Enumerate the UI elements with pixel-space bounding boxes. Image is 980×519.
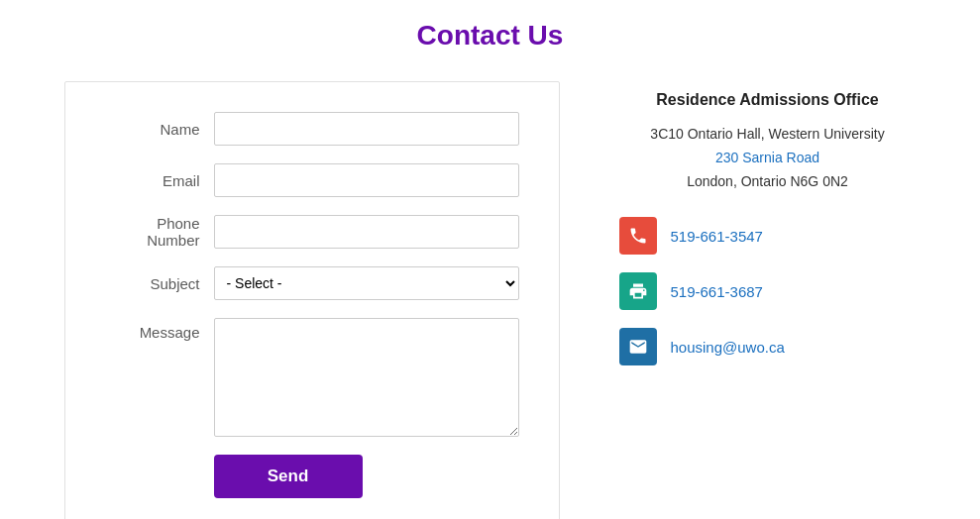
page-title: Contact Us xyxy=(417,20,564,52)
address-line3: London, Ontario N6G 0N2 xyxy=(619,170,917,194)
page-container: Contact Us Name Email Phone Number Subje… xyxy=(0,0,980,519)
phone-input[interactable] xyxy=(214,215,519,249)
contact-form: Name Email Phone Number Subject - Select… xyxy=(64,81,560,519)
info-section: Residence Admissions Office 3C10 Ontario… xyxy=(619,81,917,383)
fax-icon xyxy=(628,281,648,301)
phone-contact-item: 519-661-3547 xyxy=(619,217,917,255)
subject-select[interactable]: - Select - General Inquiry Application B… xyxy=(214,266,519,300)
name-input[interactable] xyxy=(214,112,519,146)
message-label: Message xyxy=(105,318,214,341)
fax-icon-box xyxy=(619,272,657,310)
office-title: Residence Admissions Office xyxy=(619,91,917,109)
send-row: Send xyxy=(214,455,519,498)
name-row: Name xyxy=(105,112,519,146)
fax-value[interactable]: 519-661-3687 xyxy=(671,283,763,300)
address-line2[interactable]: 230 Sarnia Road xyxy=(715,150,819,165)
address-line1: 3C10 Ontario Hall, Western University xyxy=(619,123,917,147)
name-label: Name xyxy=(105,121,214,138)
email-row: Email xyxy=(105,163,519,197)
content-area: Name Email Phone Number Subject - Select… xyxy=(0,81,980,519)
address-block: 3C10 Ontario Hall, Western University 23… xyxy=(619,123,917,193)
email-icon xyxy=(628,337,648,357)
message-textarea[interactable] xyxy=(214,318,519,437)
fax-contact-item: 519-661-3687 xyxy=(619,272,917,310)
send-button[interactable]: Send xyxy=(214,455,363,498)
email-icon-box xyxy=(619,328,657,365)
phone-label: Phone Number xyxy=(105,215,214,249)
email-contact-item: housing@uwo.ca xyxy=(619,328,917,365)
phone-row: Phone Number xyxy=(105,215,519,249)
phone-icon xyxy=(628,226,648,246)
phone-icon-box xyxy=(619,217,657,255)
subject-label: Subject xyxy=(105,275,214,292)
email-input[interactable] xyxy=(214,163,519,197)
message-row: Message xyxy=(105,318,519,437)
email-label: Email xyxy=(105,172,214,189)
phone-value[interactable]: 519-661-3547 xyxy=(671,228,763,245)
subject-row: Subject - Select - General Inquiry Appli… xyxy=(105,266,519,300)
email-value[interactable]: housing@uwo.ca xyxy=(671,339,785,356)
